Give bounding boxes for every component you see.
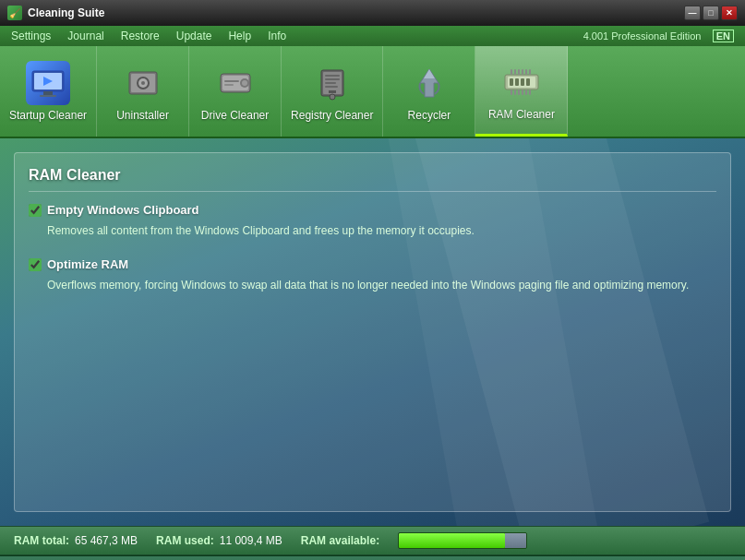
close-button[interactable]: ✕	[721, 6, 738, 20]
svg-rect-19	[325, 78, 340, 80]
maximize-button[interactable]: □	[703, 6, 719, 20]
menu-bar-left: Settings Journal Restore Update Help Inf…	[4, 28, 294, 44]
option-group-optimize-ram: Optimize RAM Overflows memory, forcing W…	[29, 257, 716, 293]
option-header-clipboard: Empty Windows Clipboard	[29, 203, 716, 217]
toolbar: Startup Cleaner Uninstaller Drive	[0, 46, 745, 138]
checkbox-empty-clipboard[interactable]	[29, 204, 42, 217]
recycler-label: Recycler	[408, 109, 451, 122]
uninstaller-icon	[121, 61, 165, 105]
svg-point-13	[242, 80, 247, 86]
ram-total-value: 65 467,3 MB	[75, 534, 138, 547]
svg-rect-18	[325, 75, 340, 77]
title-bar-left: 🧹 Cleaning Suite	[7, 6, 104, 20]
ram-chip-icon	[499, 60, 544, 104]
menu-restore[interactable]: Restore	[114, 28, 167, 44]
svg-rect-14	[224, 80, 239, 82]
ram-bar-remaining	[505, 533, 526, 548]
svg-rect-34	[518, 89, 520, 95]
toolbar-registry[interactable]: Registry Cleaner	[282, 46, 383, 137]
menu-journal[interactable]: Journal	[60, 28, 111, 44]
ram-progress-bar	[398, 532, 527, 549]
recycler-icon	[407, 61, 451, 105]
startup-icon	[26, 61, 70, 105]
status-bar: RAM total: 65 467,3 MB RAM used: 11 009,…	[0, 526, 745, 555]
ram-bar-fill	[399, 533, 505, 548]
edition-info: 4.001 Professional Edition EN	[583, 30, 741, 42]
svg-rect-37	[529, 89, 531, 95]
ram-used-value: 11 009,4 MB	[220, 534, 282, 547]
svg-rect-43	[529, 69, 531, 75]
svg-rect-3	[40, 95, 56, 97]
title-bar-controls: — □ ✕	[684, 6, 738, 20]
window-title: Cleaning Suite	[28, 6, 104, 19]
svg-rect-15	[224, 84, 234, 86]
svg-rect-32	[511, 89, 512, 95]
svg-rect-33	[514, 89, 516, 95]
label-optimize-ram: Optimize RAM	[47, 257, 128, 271]
svg-rect-2	[43, 91, 53, 95]
bottom-bar: The RAM Cleaner forces Windows to move a…	[0, 555, 745, 560]
svg-rect-40	[518, 69, 520, 75]
toolbar-drive[interactable]: Drive Cleaner	[189, 46, 282, 137]
ram-bar-container	[398, 532, 527, 549]
svg-rect-22	[329, 90, 336, 93]
ram-available-stat: RAM available:	[301, 534, 379, 547]
title-bar: 🧹 Cleaning Suite — □ ✕	[0, 0, 745, 26]
ram-used-label: RAM used:	[156, 534, 214, 547]
toolbar-recycler[interactable]: Recycler	[383, 46, 475, 137]
main-content: RAM Cleaner Empty Windows Clipboard Remo…	[0, 138, 745, 526]
svg-rect-30	[521, 78, 524, 86]
desc-optimize-ram: Overflows memory, forcing Windows to swa…	[47, 277, 716, 293]
svg-rect-21	[325, 86, 338, 88]
svg-point-23	[330, 94, 335, 100]
minimize-button[interactable]: —	[684, 6, 701, 20]
option-group-clipboard: Empty Windows Clipboard Removes all cont…	[29, 203, 716, 239]
ram-label: RAM Cleaner	[488, 108, 555, 121]
uninstaller-label: Uninstaller	[116, 109, 169, 122]
menu-settings[interactable]: Settings	[4, 28, 58, 44]
ram-total-stat: RAM total: 65 467,3 MB	[14, 534, 138, 547]
menu-info[interactable]: Info	[260, 28, 294, 44]
label-empty-clipboard: Empty Windows Clipboard	[47, 203, 199, 217]
drive-label: Drive Cleaner	[201, 109, 269, 122]
drive-icon	[213, 61, 258, 105]
svg-rect-28	[510, 78, 513, 86]
app-icon: 🧹	[7, 6, 22, 20]
svg-marker-25	[424, 69, 435, 78]
panel-title: RAM Cleaner	[29, 167, 716, 192]
svg-rect-41	[522, 69, 523, 75]
svg-rect-36	[525, 89, 527, 95]
option-header-optimize-ram: Optimize RAM	[29, 257, 716, 271]
menu-help[interactable]: Help	[221, 28, 258, 44]
ram-total-label: RAM total:	[14, 534, 69, 547]
svg-point-9	[141, 81, 145, 85]
desc-empty-clipboard: Removes all content from the Windows Cli…	[47, 222, 716, 239]
menu-update[interactable]: Update	[169, 28, 220, 44]
svg-rect-29	[515, 78, 519, 86]
registry-label: Registry Cleaner	[291, 109, 373, 122]
panel: RAM Cleaner Empty Windows Clipboard Remo…	[14, 152, 731, 512]
menu-bar: Settings Journal Restore Update Help Inf…	[0, 26, 745, 46]
svg-rect-35	[522, 89, 523, 95]
svg-rect-42	[525, 69, 527, 75]
ram-used-stat: RAM used: 11 009,4 MB	[156, 534, 282, 547]
svg-rect-20	[325, 82, 336, 84]
svg-rect-38	[511, 69, 512, 75]
svg-rect-39	[514, 69, 516, 75]
checkbox-optimize-ram[interactable]	[29, 258, 42, 271]
svg-rect-31	[526, 78, 530, 86]
startup-label: Startup Cleaner	[9, 109, 87, 122]
ram-available-label: RAM available:	[301, 534, 379, 547]
toolbar-startup[interactable]: Startup Cleaner	[0, 46, 97, 137]
toolbar-uninstaller[interactable]: Uninstaller	[97, 46, 189, 137]
toolbar-ram[interactable]: RAM Cleaner	[475, 46, 568, 137]
registry-icon	[310, 61, 354, 105]
